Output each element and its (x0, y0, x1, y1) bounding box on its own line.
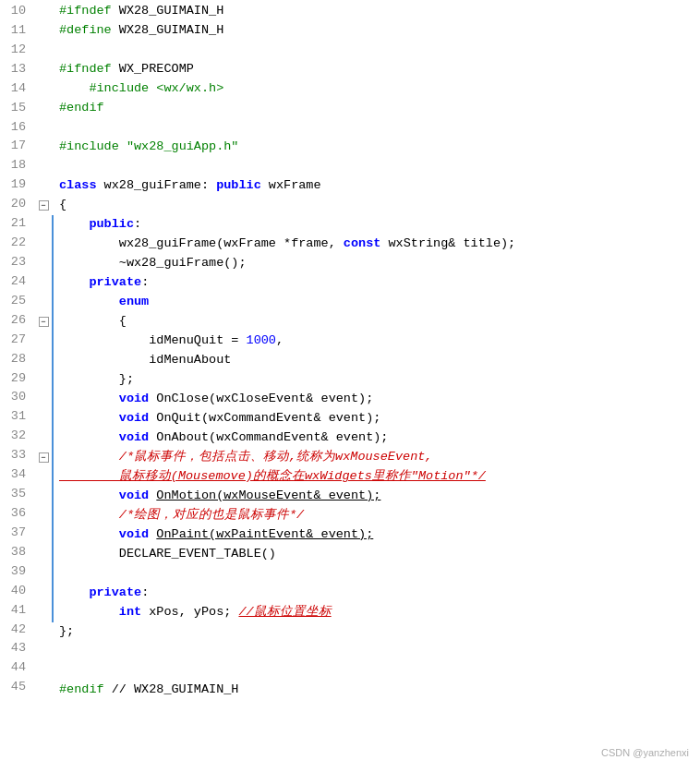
code-line: #endif // WX28_GUIMAIN_H (59, 681, 700, 700)
code-line: wx28_guiFrame(wxFrame *frame, const wxSt… (59, 235, 700, 254)
fold-gutter[interactable]: −−− (35, 2, 52, 772)
line-number: 29 (0, 369, 26, 389)
code-line: void OnAbout(wxCommandEvent& event); (59, 428, 700, 448)
line-number: 11 (0, 21, 26, 41)
line-number: 37 (0, 524, 26, 543)
code-line (59, 118, 700, 138)
line-number: 36 (0, 504, 26, 524)
line-number: 16 (0, 118, 26, 138)
code-line: private: (59, 584, 700, 603)
line-number: 31 (0, 407, 26, 427)
line-number: 14 (0, 79, 26, 99)
code-line: idMenuQuit = 1000, (59, 332, 700, 351)
line-number: 22 (0, 234, 26, 253)
line-number: 33 (0, 446, 26, 465)
fold-button[interactable]: − (39, 317, 49, 327)
code-line: class wx28_guiFrame: public wxFrame (59, 176, 700, 196)
line-number: 35 (0, 485, 26, 504)
line-number: 21 (0, 214, 26, 234)
code-line: #include <wx/wx.h> (59, 79, 700, 99)
line-number: 26 (0, 311, 26, 331)
code-line: int xPos, yPos; //鼠标位置坐标 (59, 603, 700, 622)
code-content: #ifndef WX28_GUIMAIN_H#define WX28_GUIMA… (55, 2, 700, 772)
line-number: 25 (0, 292, 26, 311)
line-numbers: 1011121314151617181920212223242526272829… (0, 2, 35, 772)
code-line: { (59, 312, 700, 332)
code-line: private: (59, 273, 700, 293)
code-line: void OnPaint(wxPaintEvent& event); (59, 525, 700, 545)
line-number: 13 (0, 60, 26, 79)
code-line: #ifndef WX_PRECOMP (59, 60, 700, 79)
line-number: 28 (0, 350, 26, 369)
code-line: void OnMotion(wxMouseEvent& event); (59, 487, 700, 506)
code-line: enum (59, 293, 700, 312)
code-line (59, 41, 700, 60)
line-number: 10 (0, 2, 26, 21)
code-editor: 1011121314151617181920212223242526272829… (0, 0, 700, 772)
code-line: /*鼠标事件，包括点击、移动,统称为wxMouseEvent, (59, 448, 700, 467)
line-number: 39 (0, 562, 26, 582)
code-line: /*绘图，对应的也是鼠标事件*/ (59, 506, 700, 525)
code-line: #ifndef WX28_GUIMAIN_H (59, 2, 700, 21)
code-line: void OnClose(wxCloseEvent& event); (59, 390, 700, 409)
code-line: public: (59, 215, 700, 235)
line-number: 32 (0, 427, 26, 446)
fold-button[interactable]: − (39, 452, 49, 463)
line-number: 19 (0, 175, 26, 195)
line-number: 40 (0, 582, 26, 601)
code-line: #include "wx28_guiApp.h" (59, 138, 700, 157)
line-number: 38 (0, 543, 26, 562)
code-line: 鼠标移动(Mousemove)的概念在wxWidgets里称作"Motion"*… (59, 467, 700, 487)
code-line: { (59, 196, 700, 215)
line-number: 44 (0, 658, 26, 678)
line-number: 24 (0, 272, 26, 292)
code-line: ~wx28_guiFrame(); (59, 254, 700, 273)
code-line: #define WX28_GUIMAIN_H (59, 21, 700, 41)
fold-button[interactable]: − (39, 200, 49, 211)
line-number: 17 (0, 137, 26, 156)
line-number: 15 (0, 99, 26, 118)
code-line: #endif (59, 99, 700, 118)
code-line: }; (59, 622, 700, 642)
line-number: 18 (0, 156, 26, 175)
line-number: 23 (0, 253, 26, 272)
line-number: 45 (0, 678, 26, 697)
line-number: 42 (0, 621, 26, 640)
watermark: CSDN @yanzhenxi (601, 745, 689, 761)
line-number: 43 (0, 639, 26, 658)
line-number: 27 (0, 331, 26, 350)
code-line (59, 564, 700, 584)
line-number: 41 (0, 601, 26, 621)
line-number: 20 (0, 195, 26, 214)
code-line (59, 642, 700, 661)
code-line: DECLARE_EVENT_TABLE() (59, 545, 700, 564)
line-number: 34 (0, 465, 26, 485)
line-number: 12 (0, 41, 26, 60)
code-line (59, 157, 700, 176)
code-line: }; (59, 370, 700, 390)
code-line: idMenuAbout (59, 351, 700, 370)
code-line: void OnQuit(wxCommandEvent& event); (59, 409, 700, 428)
line-number: 30 (0, 388, 26, 407)
code-line (59, 661, 700, 681)
